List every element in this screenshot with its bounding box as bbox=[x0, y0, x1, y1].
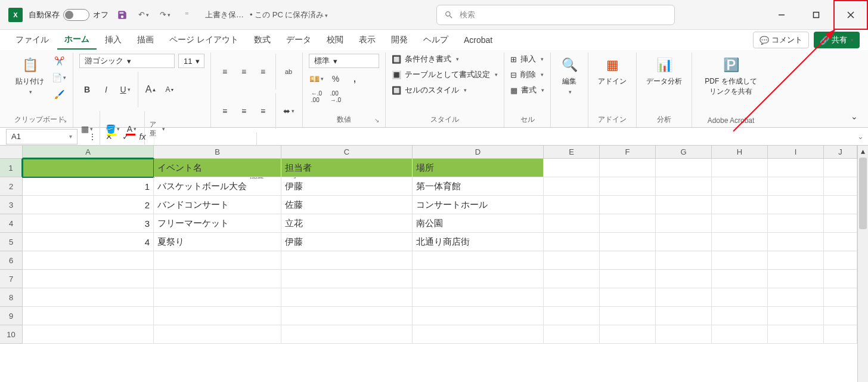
cell-A6[interactable] bbox=[23, 251, 154, 270]
cell-J3[interactable] bbox=[824, 196, 857, 214]
align-center-button[interactable]: ≡ bbox=[236, 104, 252, 118]
delete-cells-button[interactable]: ⊟ 削除 bbox=[510, 69, 544, 80]
cell-E6[interactable] bbox=[544, 251, 600, 270]
cell-H6[interactable] bbox=[712, 251, 768, 270]
cell-E1[interactable] bbox=[544, 159, 600, 177]
format-cells-button[interactable]: ▦ 書式 bbox=[510, 85, 544, 96]
cell-G9[interactable] bbox=[656, 307, 712, 325]
maximize-button[interactable] bbox=[799, 0, 833, 30]
italic-button[interactable]: I bbox=[98, 82, 114, 97]
row-header-6[interactable]: 6 bbox=[0, 251, 23, 270]
cell-E7[interactable] bbox=[544, 270, 600, 288]
cell-F1[interactable] bbox=[600, 159, 656, 177]
column-header-G[interactable]: G bbox=[656, 146, 712, 159]
cell-I6[interactable] bbox=[768, 251, 824, 270]
cell-B5[interactable]: 夏祭り bbox=[154, 233, 281, 251]
cell-I1[interactable] bbox=[768, 159, 824, 177]
cell-H2[interactable] bbox=[712, 177, 768, 196]
cell-C7[interactable] bbox=[281, 270, 413, 288]
align-bottom-button[interactable]: ≡ bbox=[255, 64, 271, 79]
row-header-3[interactable]: 3 bbox=[0, 196, 23, 214]
tab-formulas[interactable]: 数式 bbox=[247, 31, 278, 49]
paste-button[interactable]: 📋 貼り付け bbox=[12, 54, 48, 97]
column-header-C[interactable]: C bbox=[281, 146, 413, 159]
cell-H9[interactable] bbox=[712, 307, 768, 325]
cell-H8[interactable] bbox=[712, 288, 768, 307]
cell-J2[interactable] bbox=[824, 177, 857, 196]
cell-B4[interactable]: フリーマーケット bbox=[154, 214, 281, 233]
cell-B1[interactable]: イベント名 bbox=[154, 159, 281, 177]
tab-review[interactable]: 校閲 bbox=[320, 31, 351, 49]
cell-E8[interactable] bbox=[544, 288, 600, 307]
cell-A4[interactable]: 3 bbox=[23, 214, 154, 233]
name-box[interactable]: A1 ▾ bbox=[6, 129, 78, 144]
cell-E4[interactable] bbox=[544, 214, 600, 233]
cell-H4[interactable] bbox=[712, 214, 768, 233]
select-all-button[interactable] bbox=[0, 146, 23, 159]
cell-A1[interactable] bbox=[23, 159, 154, 177]
cell-C2[interactable]: 伊藤 bbox=[281, 177, 413, 196]
undo-button[interactable]: ↶ bbox=[137, 8, 150, 21]
cell-C8[interactable] bbox=[281, 288, 413, 307]
cell-B6[interactable] bbox=[154, 251, 281, 270]
cell-C5[interactable]: 伊藤 bbox=[281, 233, 413, 251]
number-format-combo[interactable]: 標準▾ bbox=[309, 54, 379, 68]
cell-G10[interactable] bbox=[656, 325, 712, 344]
cell-H5[interactable] bbox=[712, 233, 768, 251]
editing-button[interactable]: 🔍 編集 bbox=[557, 54, 582, 97]
tab-pagelayout[interactable]: ページ レイアウト bbox=[162, 31, 246, 49]
cell-I5[interactable] bbox=[768, 233, 824, 251]
cut-button[interactable]: ✂️ bbox=[51, 54, 67, 68]
cell-A3[interactable]: 2 bbox=[23, 196, 154, 214]
tab-draw[interactable]: 描画 bbox=[130, 31, 161, 49]
cell-D1[interactable]: 場所 bbox=[413, 159, 544, 177]
cell-H3[interactable] bbox=[712, 196, 768, 214]
cell-F6[interactable] bbox=[600, 251, 656, 270]
cell-F7[interactable] bbox=[600, 270, 656, 288]
font-color-button[interactable]: A bbox=[124, 122, 140, 136]
cell-F8[interactable] bbox=[600, 288, 656, 307]
cell-H1[interactable] bbox=[712, 159, 768, 177]
cell-C1[interactable]: 担当者 bbox=[281, 159, 413, 177]
close-button[interactable] bbox=[833, 0, 868, 30]
cell-B8[interactable] bbox=[154, 288, 281, 307]
bold-button[interactable]: B bbox=[79, 82, 95, 97]
tab-help[interactable]: ヘルプ bbox=[416, 31, 455, 49]
conditional-format-button[interactable]: 🔲 条件付き書式 bbox=[392, 54, 459, 64]
autosave-toggle[interactable]: 自動保存 オフ bbox=[29, 9, 108, 21]
cell-H10[interactable] bbox=[712, 325, 768, 344]
row-header-5[interactable]: 5 bbox=[0, 233, 23, 251]
format-as-table-button[interactable]: 🔳 テーブルとして書式設定 bbox=[392, 69, 498, 80]
cell-A7[interactable] bbox=[23, 270, 154, 288]
tab-file[interactable]: ファイル bbox=[8, 31, 56, 49]
cell-B10[interactable] bbox=[154, 325, 281, 344]
cell-B2[interactable]: バスケットボール大会 bbox=[154, 177, 281, 196]
font-name-combo[interactable]: 游ゴシック▾ bbox=[79, 54, 175, 68]
cell-J1[interactable] bbox=[824, 159, 857, 177]
cell-D8[interactable] bbox=[413, 288, 544, 307]
row-header-1[interactable]: 1 bbox=[0, 159, 23, 177]
cell-F2[interactable] bbox=[600, 177, 656, 196]
cell-I2[interactable] bbox=[768, 177, 824, 196]
cell-D2[interactable]: 第一体育館 bbox=[413, 177, 544, 196]
comma-format-button[interactable]: , bbox=[347, 72, 362, 86]
cell-H7[interactable] bbox=[712, 270, 768, 288]
column-header-E[interactable]: E bbox=[544, 146, 600, 159]
tab-home[interactable]: ホーム bbox=[57, 30, 97, 50]
tab-view[interactable]: 表示 bbox=[352, 31, 383, 49]
vertical-scrollbar[interactable]: ▴ bbox=[857, 146, 868, 382]
cell-E5[interactable] bbox=[544, 233, 600, 251]
search-input[interactable]: 検索 bbox=[436, 5, 675, 25]
cell-J10[interactable] bbox=[824, 325, 857, 344]
formula-options-button[interactable]: ⋮ bbox=[85, 130, 100, 144]
cell-F3[interactable] bbox=[600, 196, 656, 214]
column-header-J[interactable]: J bbox=[824, 146, 857, 159]
clipboard-launcher[interactable]: ↘ bbox=[62, 117, 67, 124]
ribbon-collapse-button[interactable]: ⌄ bbox=[847, 109, 862, 124]
cell-I8[interactable] bbox=[768, 288, 824, 307]
cell-F10[interactable] bbox=[600, 325, 656, 344]
column-header-H[interactable]: H bbox=[712, 146, 768, 159]
row-header-2[interactable]: 2 bbox=[0, 177, 23, 196]
format-painter-button[interactable]: 🖌️ bbox=[51, 87, 67, 101]
cell-B9[interactable] bbox=[154, 307, 281, 325]
